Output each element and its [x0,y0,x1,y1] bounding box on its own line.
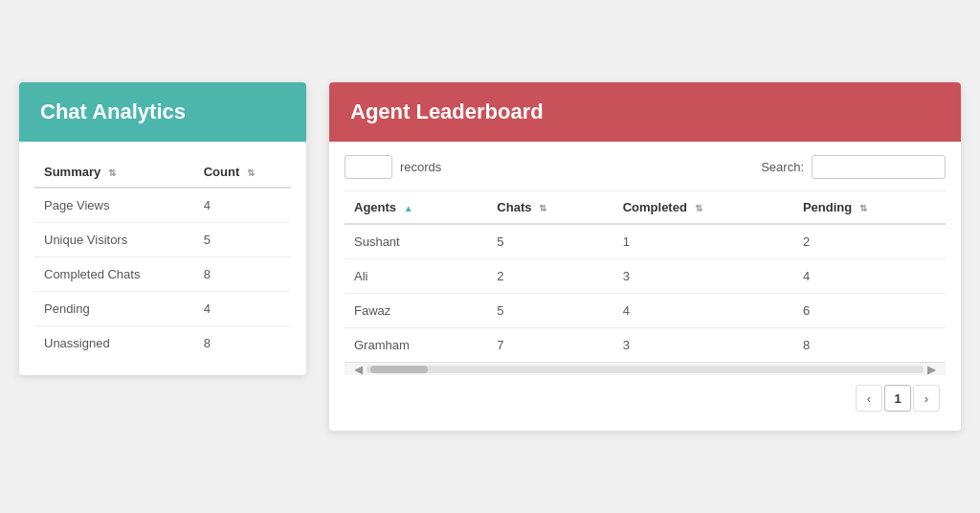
table-row: Fawaz 5 4 6 [345,294,946,328]
right-panel-header: Agent Leaderboard [329,82,961,142]
left-panel-body: Summary ⇅ Count ⇅ Page Views 4 Unique Vi… [19,142,306,375]
count-sort-icon: ⇅ [247,167,255,178]
completed-cell: 3 [613,259,793,294]
left-panel-header: Chat Analytics [19,82,306,142]
scroll-right-icon[interactable]: ▶ [924,363,940,376]
completed-cell: 1 [613,224,793,259]
left-panel: Chat Analytics Summary ⇅ Count ⇅ [19,82,306,375]
pending-col-header[interactable]: Pending ⇅ [793,191,946,225]
chats-sort-icon: ⇅ [539,203,546,213]
agent-table: Agents ▲ Chats ⇅ Completed ⇅ Pending [345,190,946,362]
scrollbar-thumb [370,366,428,373]
completed-cell: 3 [613,328,793,363]
left-panel-title: Chat Analytics [40,100,186,123]
table-row: Ali 2 3 4 [345,259,946,294]
search-input[interactable] [812,155,946,179]
count-cell: 4 [194,188,291,223]
pending-sort-icon: ⇅ [859,203,867,213]
count-col-header[interactable]: Count ⇅ [194,157,291,188]
completed-cell: 4 [613,294,793,328]
right-panel: Agent Leaderboard records Search: Agents… [329,82,961,431]
summary-sort-icon: ⇅ [108,167,116,178]
agent-cell: Fawaz [345,294,487,328]
search-label: Search: [761,160,804,174]
agent-cell: Sushant [345,224,487,259]
completed-sort-icon: ⇅ [695,203,702,213]
chats-cell: 2 [487,259,612,294]
summary-cell: Unique Visitors [34,223,194,257]
table-row: Completed Chats 8 [34,257,291,292]
pending-cell: 6 [793,294,946,328]
table-row: Unique Visitors 5 [34,223,291,257]
next-page-button[interactable]: › [913,385,940,412]
pending-cell: 8 [793,328,946,363]
agents-sort-icon: ▲ [404,203,413,213]
agent-cell: Gramham [345,328,487,363]
count-cell: 8 [194,257,291,292]
count-cell: 5 [194,223,291,257]
summary-col-header[interactable]: Summary ⇅ [34,157,194,188]
right-panel-title: Agent Leaderboard [350,100,544,123]
agent-cell: Ali [345,259,487,294]
summary-table: Summary ⇅ Count ⇅ Page Views 4 Unique Vi… [34,157,291,360]
table-row: Gramham 7 3 8 [345,328,946,363]
pending-cell: 2 [793,224,946,259]
main-container: Chat Analytics Summary ⇅ Count ⇅ [19,82,961,431]
table-row: Sushant 5 1 2 [345,224,946,259]
records-input[interactable] [345,155,392,179]
chats-cell: 7 [487,328,612,363]
scroll-left-icon[interactable]: ◀ [350,363,367,376]
pagination: ‹ 1 › [345,375,946,417]
summary-cell: Completed Chats [34,257,194,292]
right-panel-body: records Search: Agents ▲ Chats ⇅ [329,142,961,431]
count-cell: 4 [194,292,291,326]
toolbar: records Search: [345,155,946,179]
records-label: records [400,160,441,174]
count-cell: 8 [194,326,291,361]
completed-col-header[interactable]: Completed ⇅ [613,191,793,225]
table-row: Page Views 4 [34,188,291,223]
prev-page-button[interactable]: ‹ [856,385,882,412]
chats-cell: 5 [487,224,612,259]
summary-cell: Unassigned [34,326,194,361]
table-row: Unassigned 8 [34,326,291,361]
summary-cell: Pending [34,292,194,326]
chats-cell: 5 [487,294,612,328]
current-page-button[interactable]: 1 [884,385,911,412]
scrollbar-track[interactable] [367,366,924,373]
scrollbar-row: ◀ ▶ [345,362,946,375]
chats-col-header[interactable]: Chats ⇅ [487,191,612,225]
pending-cell: 4 [793,259,946,294]
table-row: Pending 4 [34,292,291,326]
agents-col-header[interactable]: Agents ▲ [345,191,487,225]
summary-cell: Page Views [34,188,194,223]
